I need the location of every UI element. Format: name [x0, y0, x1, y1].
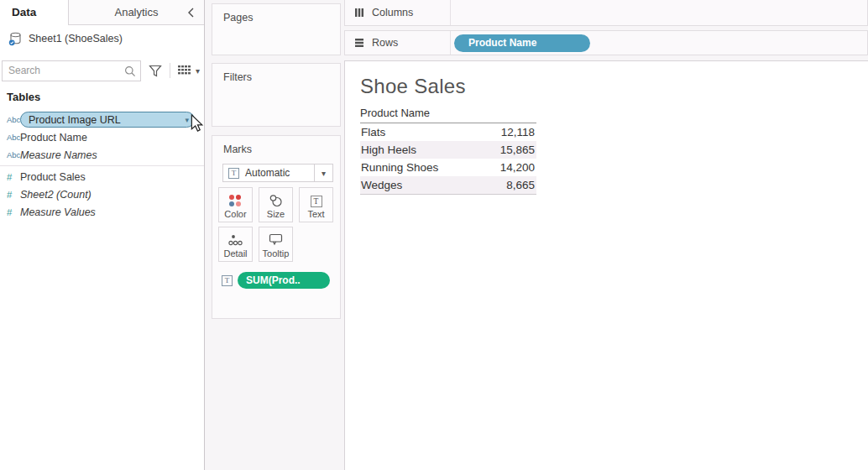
- pages-label: Pages: [212, 4, 340, 24]
- search-box[interactable]: [2, 60, 141, 81]
- caret-down-icon[interactable]: ▾: [314, 164, 332, 181]
- dimension-measure-divider: [0, 165, 204, 166]
- pages-shelf[interactable]: Pages: [212, 3, 341, 55]
- hash-icon: #: [0, 172, 20, 182]
- rows-icon: [354, 38, 364, 48]
- cell-value[interactable]: 14,200: [468, 161, 536, 174]
- marks-pill-row: T SUM(Prod..: [222, 272, 330, 289]
- crosstab-rows: Flats 12,118 High Heels 15,865 Running S…: [360, 123, 536, 195]
- text-mark-icon: T: [228, 168, 239, 179]
- field-product-image-url[interactable]: Abc Product Image URL ▾: [0, 111, 204, 128]
- row-header[interactable]: High Heels: [360, 144, 468, 156]
- marks-card: Marks T Automatic ▾ Color Size: [212, 135, 341, 319]
- text-icon: T: [311, 196, 322, 207]
- color-button[interactable]: Color: [218, 187, 253, 222]
- row-header[interactable]: Running Shoes: [360, 161, 468, 174]
- abc-icon: Abc: [0, 150, 20, 159]
- field-sheet2-count[interactable]: # Sheet2 (Count): [0, 185, 204, 203]
- collapse-pane-button[interactable]: [186, 7, 197, 18]
- filter-icon: [149, 65, 162, 77]
- rows-label: Rows: [372, 37, 398, 49]
- cell-value[interactable]: 8,665: [468, 179, 536, 191]
- data-pane: Data Analytics Sheet1 (ShoeSales): [0, 0, 205, 470]
- worksheet-title[interactable]: Shoe Sales: [360, 75, 466, 98]
- table-row: High Heels 15,865: [360, 141, 536, 159]
- tab-analytics[interactable]: Analytics: [68, 0, 204, 25]
- filter-fields-button[interactable]: [149, 65, 162, 77]
- search-icon: [124, 65, 136, 77]
- field-label: Sheet2 (Count): [20, 189, 92, 201]
- size-button[interactable]: Size: [259, 187, 293, 222]
- tooltip-icon: [269, 233, 283, 247]
- field-pill-selected[interactable]: Product Image URL ▾: [20, 112, 195, 128]
- table-row: Running Shoes 14,200: [360, 159, 536, 176]
- filters-label: Filters: [212, 64, 340, 83]
- sum-product-sales-pill[interactable]: SUM(Prod..: [238, 272, 330, 289]
- caret-glyph: ▾: [322, 169, 326, 178]
- rows-labelzone: Rows: [345, 31, 451, 55]
- columns-icon: [354, 8, 364, 18]
- view-data-icon: [178, 65, 191, 76]
- marks-label: Marks: [212, 136, 340, 155]
- caret-down-icon: ▾: [196, 66, 200, 76]
- worksheet-area: Columns Rows Product Name Shoe Sales Pro…: [344, 0, 868, 470]
- shelves-pane: Pages Filters Marks T Automatic ▾ Color: [207, 0, 342, 470]
- row-header[interactable]: Wedges: [360, 179, 468, 191]
- field-measure-values[interactable]: # Measure Values: [0, 203, 204, 221]
- table-row: Wedges 8,665: [360, 176, 536, 194]
- cell-value[interactable]: 12,118: [468, 126, 536, 138]
- tooltip-label: Tooltip: [263, 248, 290, 258]
- columns-label: Columns: [372, 7, 413, 18]
- field-label: Product Image URL: [29, 114, 121, 126]
- text-button[interactable]: T Text: [299, 187, 333, 222]
- mark-type-dropdown[interactable]: T Automatic ▾: [222, 164, 333, 182]
- search-row: ▾: [2, 60, 203, 81]
- crosstab: Product Name Flats 12,118 High Heels 15,…: [360, 107, 536, 195]
- detail-icon: [228, 234, 243, 247]
- field-label: Product Sales: [20, 171, 86, 183]
- datasource-name: Sheet1 (ShoeSales): [29, 33, 123, 44]
- text-mark-chip-icon: T: [222, 275, 233, 286]
- field-measure-names[interactable]: Abc Measure Names: [0, 146, 204, 164]
- abc-icon: Abc: [0, 115, 20, 124]
- size-icon: [269, 194, 283, 207]
- abc-icon: Abc: [0, 133, 20, 142]
- crosstab-column-header[interactable]: Product Name: [360, 107, 536, 123]
- text-label: Text: [307, 209, 324, 219]
- view-data-options-button[interactable]: ▾: [178, 65, 200, 76]
- columns-shelf[interactable]: Columns: [344, 0, 868, 26]
- database-icon: [8, 32, 23, 46]
- size-label: Size: [267, 209, 285, 219]
- detail-label: Detail: [223, 248, 247, 258]
- columns-labelzone: Columns: [345, 0, 451, 25]
- color-label: Color: [224, 209, 246, 219]
- search-input[interactable]: [3, 61, 120, 81]
- hash-icon: #: [0, 207, 20, 217]
- caret-down-icon[interactable]: ▾: [185, 116, 189, 124]
- worksheet-view: Shoe Sales Product Name Flats 12,118 Hig…: [344, 60, 868, 470]
- tooltip-button[interactable]: Tooltip: [259, 227, 293, 262]
- field-product-name[interactable]: Abc Product Name: [0, 128, 204, 146]
- datasource-row[interactable]: Sheet1 (ShoeSales): [0, 26, 204, 51]
- divider: [170, 63, 170, 78]
- tab-data[interactable]: Data: [0, 0, 68, 25]
- color-icon: [229, 195, 242, 207]
- data-pane-tabs: Data Analytics: [0, 0, 204, 25]
- detail-button[interactable]: Detail: [218, 227, 253, 262]
- tables-header: Tables: [7, 91, 40, 103]
- field-list: Abc Product Image URL ▾ Abc Product Name…: [0, 111, 204, 221]
- rows-shelf[interactable]: Rows Product Name: [344, 30, 868, 55]
- cell-value[interactable]: 15,865: [468, 144, 536, 156]
- field-label: Measure Names: [20, 149, 97, 161]
- field-product-sales[interactable]: # Product Sales: [0, 168, 204, 185]
- field-label: Product Name: [20, 132, 87, 144]
- rows-pill-product-name[interactable]: Product Name: [454, 34, 590, 52]
- field-label: Measure Values: [20, 206, 96, 218]
- filters-shelf[interactable]: Filters: [212, 63, 341, 127]
- table-row: Flats 12,118: [360, 123, 536, 141]
- row-header[interactable]: Flats: [360, 126, 468, 138]
- tab-analytics-label: Analytics: [114, 6, 158, 18]
- tableau-window: Data Analytics Sheet1 (ShoeSales): [0, 0, 868, 470]
- hash-icon: #: [0, 190, 20, 200]
- chevron-left-icon: [186, 7, 197, 18]
